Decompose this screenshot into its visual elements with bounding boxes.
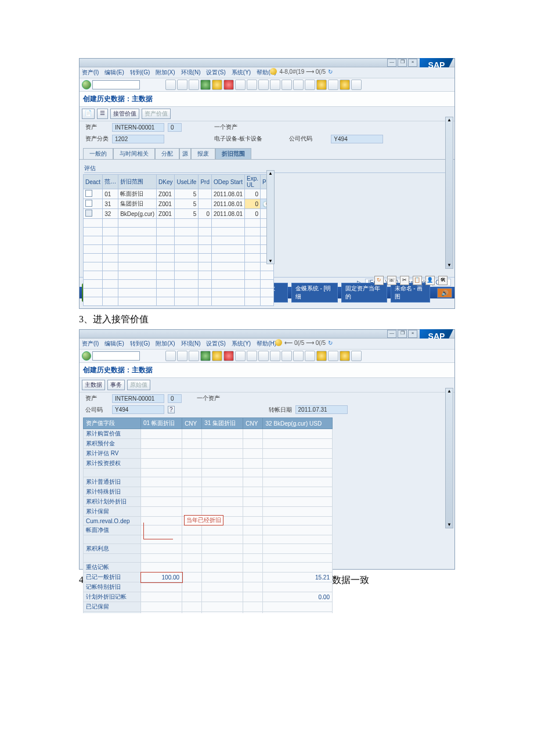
back-icon[interactable]: [177, 351, 187, 361]
menu-edit[interactable]: 编辑(E): [104, 340, 124, 348]
print-icon[interactable]: [235, 351, 246, 361]
table-row: [84, 297, 274, 306]
refresh-mini-icon[interactable]: ↻: [374, 276, 384, 285]
asset-values-button[interactable]: 资产价值: [142, 109, 171, 119]
command-field[interactable]: [92, 351, 140, 361]
up-arrow-icon[interactable]: ▲: [446, 117, 452, 123]
refresh-icon[interactable]: ↻: [328, 69, 333, 75]
command-field[interactable]: [92, 80, 140, 89]
minimize-icon[interactable]: —: [387, 330, 396, 338]
tab-source[interactable]: 源: [179, 148, 191, 159]
save-icon[interactable]: [165, 351, 176, 361]
takeover-values-button[interactable]: 接管价值: [110, 109, 139, 119]
transactions-button[interactable]: 事务: [107, 380, 125, 390]
close-icon[interactable]: ×: [408, 59, 417, 67]
tab-time[interactable]: 与时间相关: [113, 148, 155, 159]
check-icon[interactable]: [200, 351, 211, 361]
deact-checkbox[interactable]: [85, 190, 92, 197]
right-scrollbar[interactable]: ▲ ▼: [445, 117, 453, 269]
status-text: 4-8,0#(19 ⟶ 0(/5: [279, 69, 326, 75]
phone-icon[interactable]: ☏: [387, 276, 396, 285]
first-icon[interactable]: [270, 80, 280, 90]
enter-icon[interactable]: [82, 351, 91, 361]
down-arrow-icon[interactable]: ▼: [446, 522, 452, 528]
layout-icon[interactable]: [328, 80, 338, 90]
menu-edit[interactable]: 编辑(E): [104, 69, 124, 77]
enter-icon[interactable]: [82, 80, 91, 89]
prev-icon[interactable]: [282, 351, 292, 361]
master-data-button[interactable]: 主数据: [82, 380, 105, 390]
findnext-icon[interactable]: [258, 351, 269, 361]
menu-env[interactable]: 环境(N): [181, 340, 201, 348]
last-icon[interactable]: [305, 80, 315, 90]
newsession-icon[interactable]: [316, 80, 327, 90]
help-icon[interactable]: [340, 351, 350, 361]
findnext-icon[interactable]: [258, 80, 269, 90]
cancel-icon[interactable]: [223, 80, 234, 90]
restore-icon[interactable]: ❐: [398, 59, 407, 67]
menu-system[interactable]: 系统(Y): [232, 340, 251, 348]
menu-settings[interactable]: 设置(S): [206, 69, 225, 77]
next-icon[interactable]: [293, 80, 304, 90]
menu-goto[interactable]: 转到(G): [130, 340, 150, 348]
posted-dep-01[interactable]: 100.00: [141, 573, 182, 582]
menu-extras[interactable]: 附加(X): [156, 340, 175, 348]
back-icon[interactable]: [177, 80, 187, 90]
document-icon[interactable]: 📄: [82, 109, 95, 119]
menu-system[interactable]: 系统(Y): [232, 69, 251, 77]
menu-extras[interactable]: 附加(X): [156, 69, 175, 77]
warn-icon[interactable]: [212, 80, 222, 90]
warn-icon[interactable]: [212, 351, 222, 361]
minimize-icon[interactable]: —: [387, 59, 396, 67]
check-icon[interactable]: [200, 80, 211, 90]
menu-help[interactable]: 帮助(H): [257, 340, 276, 348]
table-row: [84, 262, 274, 271]
grid-vscroll[interactable]: ▲ ▼: [266, 170, 275, 264]
scissors-icon[interactable]: ✂: [400, 276, 409, 285]
close-icon[interactable]: ×: [408, 330, 417, 338]
tab-dep[interactable]: 折旧范围: [215, 148, 251, 159]
cancel-icon[interactable]: [223, 351, 234, 361]
next-icon[interactable]: [293, 351, 304, 361]
table-row[interactable]: 01 帐面折旧 Z001 5 2011.08.01 0 0: [84, 189, 274, 199]
tab-retire[interactable]: 报废: [191, 148, 215, 159]
user-icon[interactable]: 👤: [425, 276, 435, 285]
table-row[interactable]: 31 集团折旧 Z001 5 2011.08.01 0 🕒: [84, 199, 274, 209]
orig-values-button[interactable]: 原始值: [127, 380, 150, 390]
save-icon[interactable]: [165, 80, 176, 90]
customize-icon[interactable]: [351, 351, 362, 361]
layout-icon[interactable]: [328, 351, 338, 361]
deact-checkbox[interactable]: [85, 200, 92, 207]
menu-asset[interactable]: 资产(I): [82, 340, 99, 348]
menu-settings[interactable]: 设置(S): [206, 340, 225, 348]
tool-icon[interactable]: 🛠: [438, 276, 448, 285]
newsession-icon[interactable]: [316, 351, 327, 361]
exit-icon[interactable]: [189, 351, 199, 361]
menu-goto[interactable]: 转到(G): [130, 69, 150, 77]
first-icon[interactable]: [270, 351, 280, 361]
clipboard-icon[interactable]: 📋: [413, 276, 422, 285]
up-arrow-icon[interactable]: ▲: [446, 388, 452, 394]
prev-icon[interactable]: [282, 80, 292, 90]
task-item[interactable]: 金蝶系统 - [明细: [291, 283, 338, 303]
exit-icon[interactable]: [189, 80, 199, 90]
restore-icon[interactable]: ❐: [398, 330, 407, 338]
print-icon[interactable]: [235, 80, 246, 90]
help-small-icon[interactable]: ?: [168, 406, 175, 413]
menu-asset[interactable]: 资产(I): [82, 69, 99, 77]
deact-checkbox[interactable]: [85, 210, 92, 217]
list-icon[interactable]: ☰: [97, 109, 108, 119]
down-arrow-icon[interactable]: ▼: [446, 262, 452, 268]
tab-general[interactable]: 一般的: [83, 148, 113, 159]
refresh-icon[interactable]: ↻: [328, 340, 333, 346]
find-icon[interactable]: [247, 80, 257, 90]
menu-env[interactable]: 环境(N): [181, 69, 201, 77]
tray-icon[interactable]: 🔊: [437, 288, 452, 298]
help-icon[interactable]: [340, 80, 350, 90]
customize-icon[interactable]: [351, 80, 362, 90]
find-icon[interactable]: [247, 351, 257, 361]
right-scrollbar[interactable]: ▲ ▼: [445, 388, 453, 528]
last-icon[interactable]: [305, 351, 315, 361]
table-row[interactable]: 32 BkDep(g.cur) Z001 5 0 2011.08.01 0 0: [84, 209, 274, 219]
tab-alloc[interactable]: 分配: [155, 148, 179, 159]
